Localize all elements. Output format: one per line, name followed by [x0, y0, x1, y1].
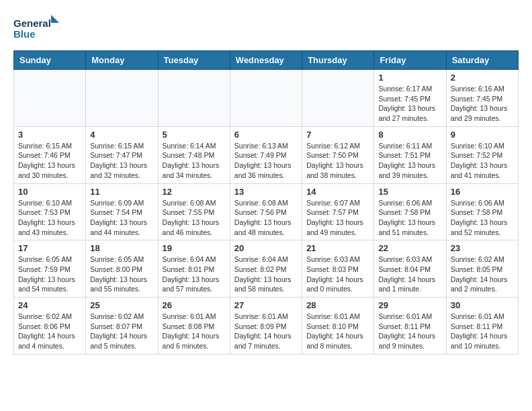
- svg-text:Blue: Blue: [13, 28, 36, 40]
- calendar-cell: 21Sunrise: 6:03 AMSunset: 8:03 PMDayligh…: [302, 240, 374, 298]
- day-info: Sunrise: 6:17 AMSunset: 7:45 PMDaylight:…: [378, 84, 441, 124]
- day-info: Sunrise: 6:06 AMSunset: 7:58 PMDaylight:…: [378, 198, 441, 238]
- calendar-header-saturday: Saturday: [446, 51, 518, 70]
- calendar-header-sunday: Sunday: [14, 51, 86, 70]
- calendar-cell: 26Sunrise: 6:01 AMSunset: 8:08 PMDayligh…: [158, 298, 230, 355]
- calendar-header-tuesday: Tuesday: [158, 51, 230, 70]
- svg-marker-2: [51, 15, 59, 23]
- day-number: 29: [378, 300, 441, 310]
- calendar-cell: 17Sunrise: 6:05 AMSunset: 7:59 PMDayligh…: [14, 240, 86, 298]
- day-number: 24: [18, 300, 81, 310]
- day-info: Sunrise: 6:01 AMSunset: 8:11 PMDaylight:…: [451, 312, 514, 351]
- calendar-cell: [14, 70, 86, 127]
- page-header: General Blue: [13, 13, 519, 44]
- calendar-cell: 1Sunrise: 6:17 AMSunset: 7:45 PMDaylight…: [374, 70, 446, 127]
- day-number: 5: [163, 130, 226, 140]
- day-info: Sunrise: 6:01 AMSunset: 8:08 PMDaylight:…: [163, 312, 226, 351]
- calendar-cell: 25Sunrise: 6:02 AMSunset: 8:07 PMDayligh…: [86, 298, 158, 355]
- calendar-cell: 24Sunrise: 6:02 AMSunset: 8:06 PMDayligh…: [14, 298, 86, 355]
- day-number: 10: [18, 187, 81, 197]
- calendar-cell: 20Sunrise: 6:04 AMSunset: 8:02 PMDayligh…: [230, 240, 302, 298]
- calendar-cell: 23Sunrise: 6:02 AMSunset: 8:05 PMDayligh…: [446, 240, 518, 298]
- day-number: 1: [378, 73, 441, 83]
- calendar-cell: 10Sunrise: 6:10 AMSunset: 7:53 PMDayligh…: [14, 183, 86, 240]
- day-info: Sunrise: 6:01 AMSunset: 8:11 PMDaylight:…: [378, 312, 441, 351]
- calendar-cell: [302, 70, 374, 127]
- calendar-cell: 4Sunrise: 6:15 AMSunset: 7:47 PMDaylight…: [86, 126, 158, 183]
- day-info: Sunrise: 6:02 AMSunset: 8:05 PMDaylight:…: [451, 255, 514, 294]
- calendar-cell: 9Sunrise: 6:10 AMSunset: 7:52 PMDaylight…: [446, 126, 518, 183]
- calendar-cell: 28Sunrise: 6:01 AMSunset: 8:10 PMDayligh…: [302, 298, 374, 355]
- day-number: 16: [451, 187, 514, 197]
- svg-text:General: General: [13, 17, 51, 29]
- day-info: Sunrise: 6:11 AMSunset: 7:51 PMDaylight:…: [378, 141, 441, 181]
- day-number: 17: [18, 243, 81, 253]
- day-number: 6: [234, 130, 298, 140]
- calendar-cell: 5Sunrise: 6:14 AMSunset: 7:48 PMDaylight…: [158, 126, 230, 183]
- calendar-cell: 3Sunrise: 6:15 AMSunset: 7:46 PMDaylight…: [14, 126, 86, 183]
- calendar-cell: 12Sunrise: 6:08 AMSunset: 7:55 PMDayligh…: [158, 183, 230, 240]
- day-number: 11: [90, 187, 153, 197]
- day-number: 23: [451, 243, 514, 253]
- day-number: 8: [378, 130, 441, 140]
- day-number: 13: [234, 187, 298, 197]
- day-info: Sunrise: 6:08 AMSunset: 7:55 PMDaylight:…: [163, 198, 226, 238]
- day-info: Sunrise: 6:06 AMSunset: 7:58 PMDaylight:…: [451, 198, 514, 238]
- day-info: Sunrise: 6:10 AMSunset: 7:53 PMDaylight:…: [18, 198, 81, 238]
- day-info: Sunrise: 6:04 AMSunset: 8:02 PMDaylight:…: [234, 255, 298, 294]
- calendar-cell: 13Sunrise: 6:08 AMSunset: 7:56 PMDayligh…: [230, 183, 302, 240]
- day-info: Sunrise: 6:15 AMSunset: 7:46 PMDaylight:…: [18, 141, 81, 181]
- calendar-header-friday: Friday: [374, 51, 446, 70]
- calendar-cell: 11Sunrise: 6:09 AMSunset: 7:54 PMDayligh…: [86, 183, 158, 240]
- calendar-cell: 29Sunrise: 6:01 AMSunset: 8:11 PMDayligh…: [374, 298, 446, 355]
- day-info: Sunrise: 6:05 AMSunset: 7:59 PMDaylight:…: [18, 255, 81, 294]
- day-number: 18: [90, 243, 153, 253]
- day-info: Sunrise: 6:05 AMSunset: 8:00 PMDaylight:…: [90, 255, 153, 294]
- calendar-cell: 2Sunrise: 6:16 AMSunset: 7:45 PMDaylight…: [446, 70, 518, 127]
- calendar-cell: 15Sunrise: 6:06 AMSunset: 7:58 PMDayligh…: [374, 183, 446, 240]
- day-number: 22: [378, 243, 441, 253]
- day-info: Sunrise: 6:15 AMSunset: 7:47 PMDaylight:…: [90, 141, 153, 181]
- day-info: Sunrise: 6:09 AMSunset: 7:54 PMDaylight:…: [90, 198, 153, 238]
- calendar-table: SundayMondayTuesdayWednesdayThursdayFrid…: [13, 50, 519, 355]
- calendar-cell: 19Sunrise: 6:04 AMSunset: 8:01 PMDayligh…: [158, 240, 230, 298]
- day-info: Sunrise: 6:01 AMSunset: 8:10 PMDaylight:…: [306, 312, 369, 351]
- day-number: 21: [306, 243, 369, 253]
- day-number: 12: [163, 187, 226, 197]
- calendar-cell: [86, 70, 158, 127]
- calendar-cell: 22Sunrise: 6:03 AMSunset: 8:04 PMDayligh…: [374, 240, 446, 298]
- day-info: Sunrise: 6:07 AMSunset: 7:57 PMDaylight:…: [306, 198, 369, 238]
- day-info: Sunrise: 6:04 AMSunset: 8:01 PMDaylight:…: [163, 255, 226, 294]
- day-info: Sunrise: 6:03 AMSunset: 8:03 PMDaylight:…: [306, 255, 369, 294]
- day-info: Sunrise: 6:01 AMSunset: 8:09 PMDaylight:…: [234, 312, 298, 351]
- day-number: 19: [163, 243, 226, 253]
- day-info: Sunrise: 6:08 AMSunset: 7:56 PMDaylight:…: [234, 198, 298, 238]
- day-info: Sunrise: 6:03 AMSunset: 8:04 PMDaylight:…: [378, 255, 441, 294]
- calendar-header-wednesday: Wednesday: [230, 51, 302, 70]
- day-number: 15: [378, 187, 441, 197]
- day-number: 4: [90, 130, 153, 140]
- day-number: 20: [234, 243, 298, 253]
- calendar-cell: 14Sunrise: 6:07 AMSunset: 7:57 PMDayligh…: [302, 183, 374, 240]
- calendar-cell: 30Sunrise: 6:01 AMSunset: 8:11 PMDayligh…: [446, 298, 518, 355]
- day-number: 27: [234, 300, 298, 310]
- calendar-cell: 27Sunrise: 6:01 AMSunset: 8:09 PMDayligh…: [230, 298, 302, 355]
- calendar-cell: 7Sunrise: 6:12 AMSunset: 7:50 PMDaylight…: [302, 126, 374, 183]
- calendar-header-thursday: Thursday: [302, 51, 374, 70]
- calendar-cell: [158, 70, 230, 127]
- calendar-cell: 16Sunrise: 6:06 AMSunset: 7:58 PMDayligh…: [446, 183, 518, 240]
- day-info: Sunrise: 6:12 AMSunset: 7:50 PMDaylight:…: [306, 141, 369, 181]
- day-number: 2: [451, 73, 514, 83]
- day-number: 28: [306, 300, 369, 310]
- day-info: Sunrise: 6:02 AMSunset: 8:07 PMDaylight:…: [90, 312, 153, 351]
- day-number: 26: [163, 300, 226, 310]
- day-number: 30: [451, 300, 514, 310]
- day-info: Sunrise: 6:10 AMSunset: 7:52 PMDaylight:…: [451, 141, 514, 181]
- day-info: Sunrise: 6:16 AMSunset: 7:45 PMDaylight:…: [451, 84, 514, 124]
- day-number: 25: [90, 300, 153, 310]
- logo: General Blue: [13, 13, 60, 44]
- day-number: 3: [18, 130, 81, 140]
- calendar-cell: 6Sunrise: 6:13 AMSunset: 7:49 PMDaylight…: [230, 126, 302, 183]
- calendar-header-monday: Monday: [86, 51, 158, 70]
- day-info: Sunrise: 6:02 AMSunset: 8:06 PMDaylight:…: [18, 312, 81, 351]
